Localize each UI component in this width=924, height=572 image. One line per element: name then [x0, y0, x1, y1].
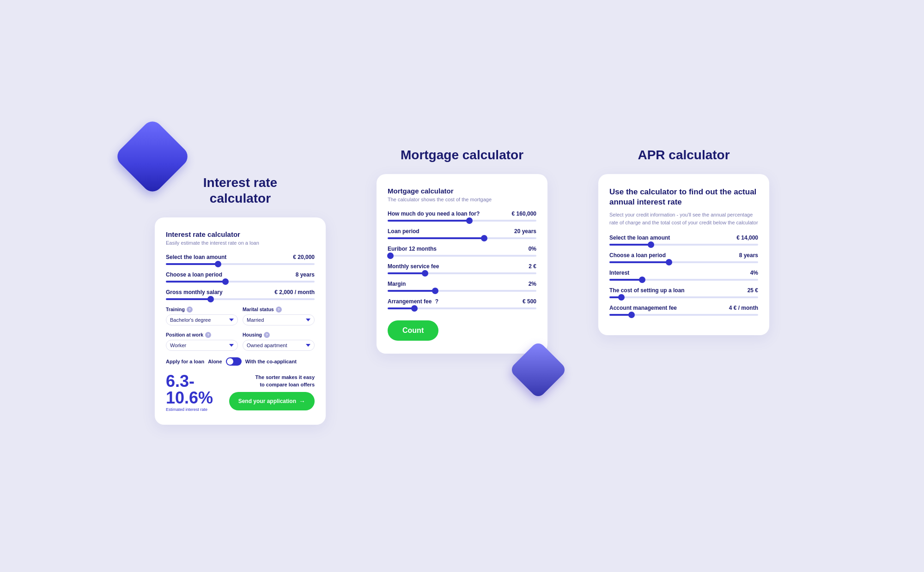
deco-diamond-1	[113, 118, 192, 196]
training-label: Training ?	[166, 307, 238, 313]
marital-group: Marital status ? Married Single Divorced	[243, 307, 315, 325]
margin-thumb[interactable]	[432, 288, 438, 294]
mortgage-period-value: 20 years	[514, 228, 536, 235]
euribor-track[interactable]	[388, 255, 536, 257]
loan-period-track[interactable]	[166, 281, 315, 283]
loan-for-field: How much do you need a loan for? € 160,0…	[388, 211, 536, 222]
loan-period-thumb[interactable]	[222, 278, 229, 285]
co-applicant-toggle[interactable]	[226, 357, 242, 366]
monthly-fee-thumb[interactable]	[422, 270, 428, 277]
loan-amount-value: € 20,000	[293, 254, 315, 260]
position-help-icon[interactable]: ?	[205, 332, 211, 338]
alone-label: Alone	[208, 359, 222, 364]
interest-track[interactable]	[609, 279, 758, 281]
dropdowns-row2: Position at work ? Worker Manager Direct…	[166, 332, 315, 351]
arrangement-fill	[388, 307, 414, 309]
result-left: 6.3-10.6% Estimated interest rate	[166, 373, 229, 412]
col1: Interest rate calculator Interest rate c…	[139, 147, 342, 424]
account-fee-field: Account management fee 4 € / month	[609, 305, 758, 316]
apr-period-thumb[interactable]	[666, 259, 672, 265]
housing-group: Housing ? Owned apartment Rented apartme…	[243, 332, 315, 351]
marital-select[interactable]: Married Single Divorced	[243, 314, 315, 325]
loan-period-field: Choose a loan period 8 years	[166, 271, 315, 283]
account-fee-label: Account management fee	[609, 305, 677, 311]
mortgage-card: Mortgage calculator The calculator shows…	[377, 174, 547, 354]
apr-loan-amount-track[interactable]	[609, 244, 758, 246]
mortgage-period-track[interactable]	[388, 237, 536, 239]
loan-amount-label: Select the loan amount	[166, 254, 226, 260]
margin-value: 2%	[529, 281, 536, 287]
apr-period-label: Choose a loan period	[609, 252, 666, 259]
salary-field: Gross monthly salary € 2,000 / month	[166, 289, 315, 300]
interest-fill	[609, 279, 642, 281]
salary-thumb[interactable]	[207, 296, 214, 302]
interest-thumb[interactable]	[639, 277, 645, 283]
salary-label: Gross monthly salary	[166, 289, 223, 295]
loan-amount-track[interactable]	[166, 263, 315, 265]
apr-loan-amount-thumb[interactable]	[648, 241, 654, 248]
margin-track[interactable]	[388, 290, 536, 292]
marital-help-icon[interactable]: ?	[276, 307, 282, 313]
training-select[interactable]: Bachelor's degree Master's degree PhD Hi…	[166, 314, 238, 325]
arrangement-thumb[interactable]	[411, 305, 418, 312]
send-application-button[interactable]: Send your application →	[229, 392, 315, 410]
dropdowns-row1: Training ? Bachelor's degree Master's de…	[166, 307, 315, 325]
result-right: The sorter makes it easy to compare loan…	[229, 374, 315, 410]
housing-select[interactable]: Owned apartment Rented apartment Parents…	[243, 340, 315, 351]
mortgage-period-thumb[interactable]	[481, 235, 487, 241]
position-select[interactable]: Worker Manager Director	[166, 340, 238, 351]
apr-period-fill	[609, 261, 669, 263]
arrangement-help-icon[interactable]: ?	[435, 298, 438, 305]
housing-label: Housing ?	[243, 332, 315, 338]
setup-cost-track[interactable]	[609, 296, 758, 298]
card1-subtitle: Easily estimate the interest rate on a l…	[166, 240, 315, 246]
loan-for-value: € 160,000	[512, 211, 536, 217]
euribor-label: Euribor 12 months	[388, 246, 437, 252]
euribor-thumb[interactable]	[387, 253, 394, 259]
position-group: Position at work ? Worker Manager Direct…	[166, 332, 238, 351]
housing-help-icon[interactable]: ?	[264, 332, 270, 338]
loan-amount-thumb[interactable]	[215, 261, 221, 267]
arrangement-track[interactable]	[388, 307, 536, 309]
setup-cost-thumb[interactable]	[618, 294, 625, 301]
send-btn-label: Send your application	[238, 398, 296, 404]
arrangement-fee-field: Arrangement fee ? € 500	[388, 298, 536, 309]
result-section: 6.3-10.6% Estimated interest rate The so…	[166, 373, 315, 412]
arrangement-fee-label: Arrangement fee ?	[388, 298, 438, 305]
card2-subtitle: The calculator shows the cost of the mor…	[388, 197, 536, 202]
margin-field: Margin 2%	[388, 281, 536, 292]
interest-rate-card: Interest rate calculator Easily estimate…	[155, 217, 326, 425]
apr-card-title: Use the calculator to find out the actua…	[609, 187, 758, 207]
margin-label: Margin	[388, 281, 406, 287]
marital-label: Marital status ?	[243, 307, 315, 313]
euribor-field: Euribor 12 months 0%	[388, 246, 536, 257]
loan-for-label: How much do you need a loan for?	[388, 211, 480, 217]
col3-title: APR calculator	[638, 147, 729, 163]
apr-loan-amount-value: € 14,000	[736, 235, 758, 241]
apr-period-track[interactable]	[609, 261, 758, 263]
salary-track[interactable]	[166, 298, 315, 300]
loan-for-track[interactable]	[388, 220, 536, 222]
co-applicant-label: With the co-applicant	[245, 359, 297, 364]
loan-for-thumb[interactable]	[466, 217, 473, 224]
account-fee-track[interactable]	[609, 314, 758, 316]
account-fee-thumb[interactable]	[628, 312, 635, 318]
loan-for-fill	[388, 220, 469, 222]
interest-result: 6.3-10.6%	[166, 373, 229, 406]
mortgage-period-field: Loan period 20 years	[388, 228, 536, 239]
interest-result-label: Estimated interest rate	[166, 407, 229, 412]
col2: Mortgage calculator Mortgage calculator …	[360, 147, 564, 391]
salary-fill	[166, 298, 211, 300]
card1-title: Interest rate calculator	[166, 230, 315, 238]
count-button[interactable]: Count	[388, 320, 438, 341]
interest-field: Interest 4%	[609, 270, 758, 281]
col3: APR calculator Use the calculator to fin…	[582, 147, 785, 335]
arrangement-fee-value: € 500	[523, 298, 536, 305]
setup-cost-value: 25 €	[748, 287, 758, 294]
mortgage-period-fill	[388, 237, 484, 239]
training-help-icon[interactable]: ?	[187, 307, 193, 313]
monthly-fee-field: Monthly service fee 2 €	[388, 263, 536, 274]
send-arrow-icon: →	[299, 397, 305, 405]
account-fee-value: 4 € / month	[729, 305, 758, 311]
monthly-fee-track[interactable]	[388, 272, 536, 274]
